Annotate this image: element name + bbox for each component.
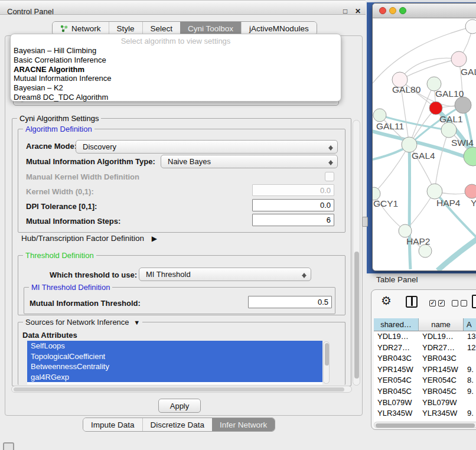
table-row[interactable]: YPR145W YPR145W 9. (374, 364, 476, 376)
table-row[interactable]: YBR045C YBR045C 9. (374, 386, 476, 397)
attribute-list-scrollbar[interactable] (323, 341, 330, 384)
kernel-width-input[interactable] (252, 184, 334, 196)
mi-threshold-input[interactable] (248, 296, 332, 308)
hub-definition-toggle[interactable]: Hub/Transcription Factor Definition ▶ (21, 234, 157, 243)
tab-network[interactable]: Network (53, 22, 109, 35)
node-gal11[interactable] (373, 109, 386, 122)
node-bright-green[interactable] (464, 147, 476, 166)
menu-item-bayesian-k2[interactable]: Bayesian – K2 (11, 83, 341, 93)
cell-name[interactable]: YPR145W (419, 364, 464, 376)
select-all-check2-icon[interactable]: ✓ (438, 300, 445, 306)
node-gal[interactable] (451, 51, 467, 67)
manual-kernel-width-checkbox[interactable] (325, 172, 334, 181)
node-hap4[interactable] (427, 184, 442, 199)
list-item-gal4rgexp[interactable]: gal4RGexp (27, 372, 322, 383)
cell-name[interactable]: YBL079W (419, 397, 464, 409)
cell-shared-name[interactable]: YDL19… (374, 331, 419, 343)
mi-algorithm-type-select[interactable]: Naive Bayes (161, 155, 338, 168)
cell-shared-name[interactable]: YLR345W (374, 408, 419, 419)
node-gal1[interactable] (429, 102, 442, 115)
network-window-titlebar[interactable] (373, 4, 476, 18)
menu-item-dream8[interactable]: Dream8 DC_TDC Algorithm (11, 93, 341, 102)
settings-horizontal-scrollbar[interactable] (11, 386, 352, 393)
settings-horizontal-scrollbar-thumb[interactable] (14, 387, 344, 392)
select-all-check-icon[interactable]: ✓ (429, 300, 436, 306)
tab-cyni-toolbox[interactable]: Cyni Toolbox (180, 22, 241, 35)
cell-name[interactable]: YBR045C (419, 386, 464, 397)
zoom-window-icon[interactable] (399, 7, 406, 14)
cell-value[interactable]: 9. (464, 364, 476, 376)
table-horizontal-scrollbar[interactable] (374, 422, 476, 428)
list-item-selfloops[interactable]: SelfLoops (27, 341, 322, 351)
cell-name[interactable]: YDR27… (419, 343, 464, 354)
deselect-all-box2-icon[interactable] (461, 300, 467, 306)
node[interactable] (465, 19, 476, 34)
table-row[interactable]: YLR345W YLR345W 9. (374, 408, 476, 419)
node-hap2[interactable] (399, 224, 412, 237)
cell-value[interactable]: 9. (464, 408, 476, 419)
apply-button[interactable]: Apply (158, 399, 201, 413)
close-window-icon[interactable] (379, 7, 386, 14)
tab-infer-network[interactable]: Infer Network (212, 418, 275, 431)
split-divider-handle[interactable] (362, 217, 368, 227)
cell-shared-name[interactable]: YER054C (374, 375, 419, 386)
table-horizontal-scrollbar-thumb[interactable] (376, 423, 475, 428)
cell-name[interactable]: YLR345W (419, 408, 464, 419)
attribute-list-scrollbar-thumb[interactable] (325, 343, 329, 366)
cell-name[interactable]: YER054C (419, 375, 464, 386)
sources-group-title[interactable]: Sources for Network Inference ▼ (23, 318, 142, 327)
cell-shared-name[interactable]: YBR045C (374, 386, 419, 397)
cell-shared-name[interactable]: YPR145W (374, 364, 419, 376)
split-columns-icon[interactable] (406, 296, 418, 308)
gear-icon[interactable]: ⚙ (381, 294, 392, 308)
table-row[interactable]: YBR043C YBR043C (374, 353, 476, 364)
cell-value[interactable]: 13 (464, 331, 476, 343)
node[interactable] (419, 244, 432, 257)
menu-item-aracne[interactable]: ARACNE Algorithm (11, 65, 341, 74)
cell-value[interactable] (464, 353, 476, 364)
cell-name[interactable]: YDL19… (419, 331, 464, 343)
cell-value[interactable] (464, 397, 476, 409)
aracne-mode-select[interactable]: Discovery (76, 140, 338, 154)
menu-item-basic-correlation[interactable]: Basic Correlation Inference (11, 56, 341, 65)
column-header-name[interactable]: name (419, 318, 464, 331)
settings-vertical-scrollbar-thumb[interactable] (354, 252, 359, 379)
tab-discretize-data[interactable]: Discretize Data (142, 418, 213, 431)
node-swi4[interactable] (441, 122, 457, 138)
close-panel-icon[interactable]: ✕ (355, 5, 361, 18)
settings-vertical-scrollbar[interactable] (353, 120, 360, 386)
network-graph-canvas[interactable]: GAL GAL80 GAL10 GAL1 GAL11 SWI4 GAL4 GCY… (373, 18, 476, 270)
tab-select[interactable]: Select (142, 22, 181, 35)
tab-jactivemnodules[interactable]: jActiveMNodules (241, 22, 317, 35)
table-row[interactable]: YER054C YER054C 8. (374, 375, 476, 386)
tab-impute-data[interactable]: Impute Data (83, 418, 142, 431)
cell-shared-name[interactable]: YBR043C (374, 353, 419, 364)
which-threshold-select[interactable]: MI Threshold (139, 268, 311, 281)
column-header-partial[interactable]: A (464, 318, 476, 331)
cell-name[interactable]: YBR043C (419, 353, 464, 364)
node-gray[interactable] (455, 97, 471, 113)
cell-shared-name[interactable]: YBL079W (374, 397, 419, 409)
table-row[interactable]: YDR27… YDR27… 12 (374, 343, 476, 354)
menu-item-mutual-information[interactable]: Mutual Information Inference (11, 74, 341, 83)
document-icon[interactable] (472, 295, 476, 308)
float-panel-icon[interactable]: □ (343, 5, 347, 18)
dpi-tolerance-input[interactable] (252, 199, 334, 211)
list-item-topologicalcoefficient[interactable]: TopologicalCoefficient (27, 351, 322, 362)
deselect-all-box-icon[interactable] (452, 300, 458, 306)
list-item-betweennesscentrality[interactable]: BetweennessCentrality (27, 361, 322, 372)
network-view-window[interactable]: GAL GAL80 GAL10 GAL1 GAL11 SWI4 GAL4 GCY… (372, 3, 476, 271)
minimize-window-icon[interactable] (389, 7, 396, 14)
table-row[interactable]: YDL19… YDL19… 13 (374, 331, 476, 343)
menu-item-bayesian-hill-climbing[interactable]: Bayesian – Hill Climbing (11, 46, 341, 56)
cell-value[interactable]: 9. (464, 386, 476, 397)
cell-shared-name[interactable]: YDR27… (374, 343, 419, 354)
node-y[interactable] (465, 184, 476, 198)
mi-steps-input[interactable] (252, 214, 334, 226)
minimized-panel-icon[interactable] (3, 442, 14, 450)
tab-style[interactable]: Style (109, 22, 142, 35)
cell-value[interactable]: 12 (464, 343, 476, 354)
cell-value[interactable]: 8. (464, 375, 476, 386)
table-row[interactable]: YBL079W YBL079W (374, 397, 476, 409)
column-header-shared-name[interactable]: shared… (374, 318, 419, 331)
